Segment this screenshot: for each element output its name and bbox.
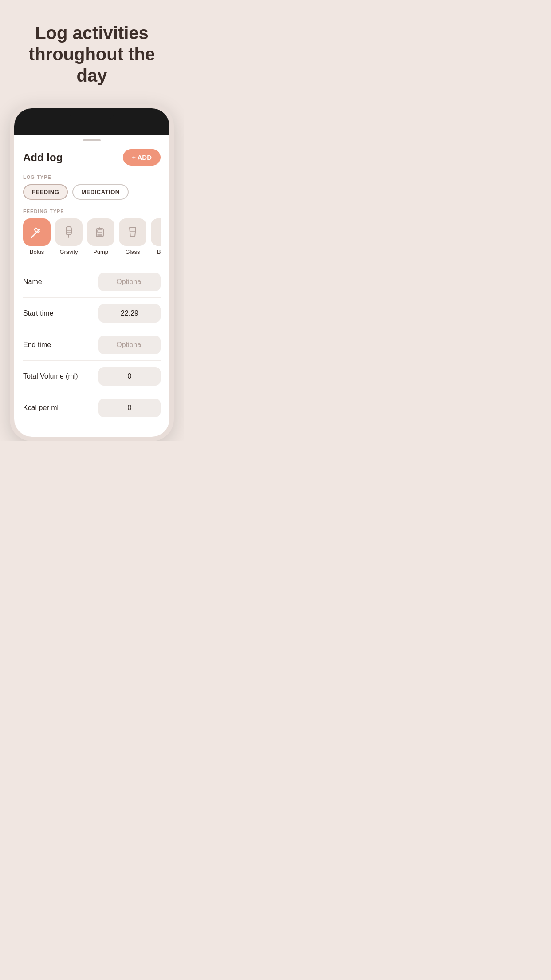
end-time-label: End time bbox=[23, 341, 51, 349]
bolus-label: Bolus bbox=[30, 249, 44, 255]
gravity-tube-icon bbox=[62, 225, 76, 239]
feeding-type-bottle[interactable]: Bott... bbox=[151, 218, 161, 255]
log-type-row: FEEDING MEDICATION bbox=[23, 184, 161, 200]
log-type-label: LOG TYPE bbox=[23, 174, 161, 180]
end-time-row: End time Optional bbox=[23, 329, 161, 361]
screen-title: Add log bbox=[23, 151, 63, 164]
start-time-label: Start time bbox=[23, 309, 53, 317]
glass-icon-box bbox=[119, 218, 146, 246]
svg-line-4 bbox=[31, 236, 33, 237]
phone-top-bar bbox=[14, 108, 169, 135]
kcal-label: Kcal per ml bbox=[23, 404, 59, 412]
phone-screen: Add log + ADD LOG TYPE FEEDING MEDICATIO… bbox=[14, 135, 169, 437]
bolus-icon-box bbox=[23, 218, 51, 246]
add-button[interactable]: + ADD bbox=[123, 149, 161, 166]
name-input[interactable]: Optional bbox=[98, 273, 161, 291]
feeding-icons-row: Bolus Gravity bbox=[23, 218, 161, 257]
syringe-icon bbox=[30, 225, 44, 239]
pump-label: Pump bbox=[93, 249, 108, 255]
header-row: Add log + ADD bbox=[23, 149, 161, 166]
feeding-type-gravity[interactable]: Gravity bbox=[55, 218, 83, 255]
pump-icon bbox=[94, 225, 108, 239]
kcal-input[interactable]: 0 bbox=[98, 399, 161, 417]
feeding-type-section: FEEDING TYPE Bo bbox=[23, 209, 161, 257]
svg-rect-5 bbox=[66, 227, 71, 235]
gravity-icon-box bbox=[55, 218, 83, 246]
gravity-label: Gravity bbox=[59, 249, 78, 255]
screen-content: Add log + ADD LOG TYPE FEEDING MEDICATIO… bbox=[14, 145, 169, 437]
glass-icon bbox=[126, 225, 140, 239]
start-time-row: Start time 22:29 bbox=[23, 298, 161, 329]
bottle-icon-box bbox=[151, 218, 161, 246]
form-section: Name Optional Start time 22:29 End time … bbox=[23, 266, 161, 423]
feeding-type-label: FEEDING TYPE bbox=[23, 209, 161, 214]
total-volume-row: Total Volume (ml) 0 bbox=[23, 361, 161, 392]
name-label: Name bbox=[23, 278, 42, 286]
end-time-input[interactable]: Optional bbox=[98, 336, 161, 354]
log-type-section: LOG TYPE FEEDING MEDICATION bbox=[23, 174, 161, 200]
name-row: Name Optional bbox=[23, 266, 161, 298]
hero-title: Log activities throughout the day bbox=[0, 0, 184, 99]
glass-label: Glass bbox=[125, 249, 140, 255]
feeding-type-pump[interactable]: Pump bbox=[87, 218, 114, 255]
feeding-type-bolus[interactable]: Bolus bbox=[23, 218, 51, 255]
svg-rect-10 bbox=[98, 230, 102, 233]
pump-icon-box bbox=[87, 218, 114, 246]
total-volume-input[interactable]: 0 bbox=[98, 367, 161, 386]
feeding-type-glass[interactable]: Glass bbox=[119, 218, 146, 255]
drag-handle bbox=[83, 139, 101, 141]
log-type-medication[interactable]: MEDICATION bbox=[72, 184, 128, 200]
phone-mockup: Add log + ADD LOG TYPE FEEDING MEDICATIO… bbox=[10, 104, 174, 441]
bottle-label: Bott... bbox=[157, 249, 161, 255]
total-volume-label: Total Volume (ml) bbox=[23, 372, 78, 380]
phone-notch bbox=[70, 108, 114, 119]
start-time-input[interactable]: 22:29 bbox=[98, 304, 161, 323]
bottle-icon bbox=[157, 225, 161, 239]
log-type-feeding[interactable]: FEEDING bbox=[23, 184, 68, 200]
kcal-row: Kcal per ml 0 bbox=[23, 392, 161, 423]
